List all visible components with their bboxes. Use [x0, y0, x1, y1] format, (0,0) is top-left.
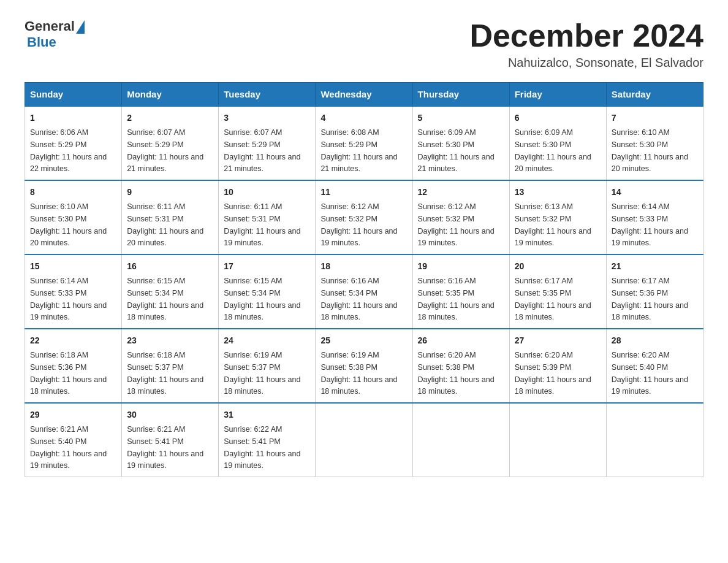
logo: General Blue — [25, 18, 85, 50]
day-number: 23 — [127, 334, 213, 347]
sunset-text: Sunset: 5:38 PM — [320, 363, 377, 372]
day-of-week-header: Wednesday — [316, 83, 412, 107]
daylight-text: Daylight: 11 hours and 19 minutes. — [612, 375, 688, 396]
calendar-cell: 19 Sunrise: 6:16 AM Sunset: 5:35 PM Dayl… — [412, 255, 509, 329]
sunrise-text: Sunrise: 6:18 AM — [30, 351, 88, 359]
sunrise-text: Sunrise: 6:16 AM — [320, 277, 379, 285]
sunset-text: Sunset: 5:38 PM — [418, 363, 474, 372]
day-number: 20 — [515, 260, 601, 273]
sunrise-text: Sunrise: 6:14 AM — [612, 202, 670, 211]
sunrise-text: Sunrise: 6:12 AM — [320, 202, 379, 211]
sunrise-text: Sunrise: 6:15 AM — [127, 277, 185, 285]
sunset-text: Sunset: 5:29 PM — [127, 140, 183, 149]
calendar-cell: 9 Sunrise: 6:11 AM Sunset: 5:31 PM Dayli… — [122, 180, 219, 255]
sunrise-text: Sunrise: 6:19 AM — [320, 351, 379, 359]
daylight-text: Daylight: 11 hours and 22 minutes. — [30, 153, 107, 174]
calendar-cell: 29 Sunrise: 6:21 AM Sunset: 5:40 PM Dayl… — [25, 403, 122, 477]
calendar-cell: 26 Sunrise: 6:20 AM Sunset: 5:38 PM Dayl… — [412, 329, 509, 403]
sunrise-text: Sunrise: 6:09 AM — [515, 128, 573, 137]
calendar-cell: 2 Sunrise: 6:07 AM Sunset: 5:29 PM Dayli… — [122, 106, 219, 180]
sunset-text: Sunset: 5:41 PM — [224, 437, 280, 446]
daylight-text: Daylight: 11 hours and 18 minutes. — [127, 375, 203, 396]
day-of-week-header: Saturday — [606, 83, 703, 107]
sunset-text: Sunset: 5:30 PM — [612, 140, 668, 149]
sunset-text: Sunset: 5:36 PM — [30, 363, 86, 372]
daylight-text: Daylight: 11 hours and 19 minutes. — [30, 301, 107, 322]
day-number: 26 — [418, 334, 504, 347]
sunset-text: Sunset: 5:33 PM — [612, 215, 668, 223]
sunset-text: Sunset: 5:30 PM — [515, 140, 571, 149]
calendar-cell: 14 Sunrise: 6:14 AM Sunset: 5:33 PM Dayl… — [606, 180, 703, 255]
daylight-text: Daylight: 11 hours and 18 minutes. — [30, 375, 107, 396]
day-number: 5 — [418, 112, 504, 124]
sunrise-text: Sunrise: 6:07 AM — [224, 128, 282, 137]
sunset-text: Sunset: 5:34 PM — [320, 289, 377, 297]
sunset-text: Sunset: 5:41 PM — [127, 437, 183, 446]
daylight-text: Daylight: 11 hours and 18 minutes. — [515, 375, 591, 396]
daylight-text: Daylight: 11 hours and 20 minutes. — [515, 153, 591, 174]
day-number: 9 — [127, 186, 213, 199]
daylight-text: Daylight: 11 hours and 19 minutes. — [224, 227, 300, 248]
calendar-cell: 8 Sunrise: 6:10 AM Sunset: 5:30 PM Dayli… — [25, 180, 122, 255]
sunrise-text: Sunrise: 6:14 AM — [30, 277, 88, 285]
calendar-cell — [316, 403, 412, 477]
daylight-text: Daylight: 11 hours and 20 minutes. — [127, 227, 203, 248]
calendar-week-row: 8 Sunrise: 6:10 AM Sunset: 5:30 PM Dayli… — [25, 180, 703, 255]
sunrise-text: Sunrise: 6:20 AM — [418, 351, 476, 359]
calendar-cell: 12 Sunrise: 6:12 AM Sunset: 5:32 PM Dayl… — [412, 180, 509, 255]
sunrise-text: Sunrise: 6:10 AM — [612, 128, 670, 137]
logo-triangle-icon — [76, 20, 85, 34]
day-number: 4 — [320, 112, 407, 124]
daylight-text: Daylight: 11 hours and 21 minutes. — [127, 153, 203, 174]
calendar-cell: 30 Sunrise: 6:21 AM Sunset: 5:41 PM Dayl… — [122, 403, 219, 477]
sunset-text: Sunset: 5:30 PM — [418, 140, 474, 149]
daylight-text: Daylight: 11 hours and 18 minutes. — [418, 375, 495, 396]
calendar-cell — [412, 403, 509, 477]
location-subtitle: Nahuizalco, Sonsonate, El Salvador — [469, 56, 703, 70]
sunset-text: Sunset: 5:32 PM — [418, 215, 474, 223]
sunrise-text: Sunrise: 6:21 AM — [127, 425, 185, 434]
sunset-text: Sunset: 5:35 PM — [418, 289, 474, 297]
daylight-text: Daylight: 11 hours and 18 minutes. — [612, 301, 688, 322]
daylight-text: Daylight: 11 hours and 18 minutes. — [418, 301, 495, 322]
sunset-text: Sunset: 5:32 PM — [320, 215, 377, 223]
calendar-cell: 23 Sunrise: 6:18 AM Sunset: 5:37 PM Dayl… — [122, 329, 219, 403]
calendar-week-row: 15 Sunrise: 6:14 AM Sunset: 5:33 PM Dayl… — [25, 255, 703, 329]
day-number: 10 — [224, 186, 310, 199]
day-of-week-header: Sunday — [25, 83, 122, 107]
calendar-cell: 21 Sunrise: 6:17 AM Sunset: 5:36 PM Dayl… — [606, 255, 703, 329]
sunset-text: Sunset: 5:39 PM — [515, 363, 571, 372]
sunset-text: Sunset: 5:30 PM — [30, 215, 86, 223]
day-number: 19 — [418, 260, 504, 273]
sunrise-text: Sunrise: 6:13 AM — [515, 202, 573, 211]
daylight-text: Daylight: 11 hours and 21 minutes. — [320, 153, 397, 174]
daylight-text: Daylight: 11 hours and 18 minutes. — [127, 301, 203, 322]
day-number: 25 — [320, 334, 407, 347]
day-number: 3 — [224, 112, 310, 124]
day-number: 30 — [127, 408, 213, 421]
logo-blue-text: Blue — [27, 34, 56, 50]
sunset-text: Sunset: 5:35 PM — [515, 289, 571, 297]
calendar-cell — [606, 403, 703, 477]
calendar-week-row: 29 Sunrise: 6:21 AM Sunset: 5:40 PM Dayl… — [25, 403, 703, 477]
daylight-text: Daylight: 11 hours and 19 minutes. — [127, 450, 203, 470]
day-number: 15 — [30, 260, 116, 273]
calendar-week-row: 1 Sunrise: 6:06 AM Sunset: 5:29 PM Dayli… — [25, 106, 703, 180]
sunrise-text: Sunrise: 6:15 AM — [224, 277, 282, 285]
sunset-text: Sunset: 5:29 PM — [30, 140, 86, 149]
sunset-text: Sunset: 5:33 PM — [30, 289, 86, 297]
daylight-text: Daylight: 11 hours and 19 minutes. — [224, 450, 300, 470]
daylight-text: Daylight: 11 hours and 21 minutes. — [224, 153, 300, 174]
day-number: 1 — [30, 112, 116, 124]
calendar-table: SundayMondayTuesdayWednesdayThursdayFrid… — [25, 82, 703, 477]
day-number: 31 — [224, 408, 310, 421]
day-of-week-header: Friday — [509, 83, 606, 107]
page-header: General Blue December 2024 Nahuizalco, S… — [25, 18, 703, 70]
sunrise-text: Sunrise: 6:21 AM — [30, 425, 88, 434]
daylight-text: Daylight: 11 hours and 18 minutes. — [320, 375, 397, 396]
calendar-cell: 24 Sunrise: 6:19 AM Sunset: 5:37 PM Dayl… — [219, 329, 316, 403]
day-number: 7 — [612, 112, 698, 124]
calendar-cell: 25 Sunrise: 6:19 AM Sunset: 5:38 PM Dayl… — [316, 329, 412, 403]
daylight-text: Daylight: 11 hours and 18 minutes. — [224, 301, 300, 322]
calendar-cell: 11 Sunrise: 6:12 AM Sunset: 5:32 PM Dayl… — [316, 180, 412, 255]
